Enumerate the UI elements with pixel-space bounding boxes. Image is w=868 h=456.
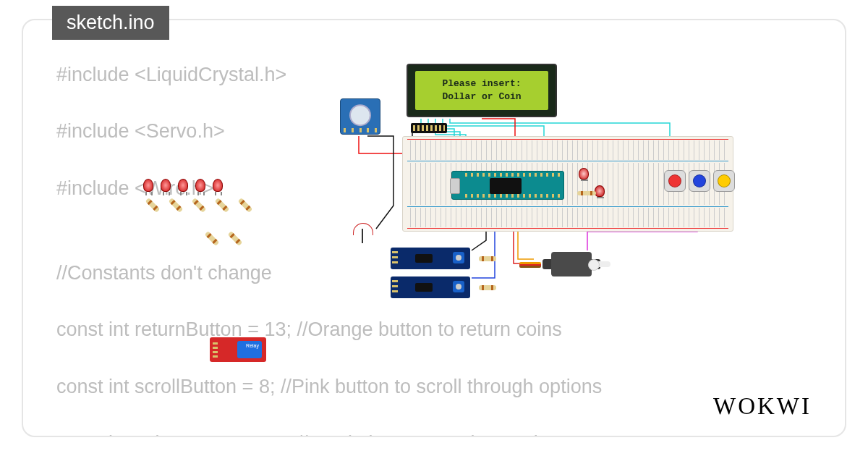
- code-preview: #include <LiquidCrystal.h> #include <Ser…: [56, 61, 812, 437]
- preview-card: #include <LiquidCrystal.h> #include <Ser…: [22, 19, 846, 437]
- code-line: #include <LiquidCrystal.h>: [56, 61, 812, 89]
- code-line: //Constants don't change: [56, 259, 812, 287]
- card-stage: sketch.ino #include <LiquidCrystal.h> #i…: [0, 0, 868, 456]
- code-line: const int returnButton = 13; //Orange bu…: [56, 316, 812, 344]
- led-icon: [213, 179, 223, 192]
- code-line: const int selectButton = 12; //Putple bu…: [56, 429, 812, 437]
- relay-label: Relay: [246, 343, 259, 348]
- resistor-row[interactable]: [145, 203, 253, 208]
- filename-tab[interactable]: sketch.ino: [52, 6, 169, 40]
- code-line: #include <Servo.h>: [56, 117, 812, 145]
- led-icon: [143, 179, 153, 192]
- led-row[interactable]: [143, 179, 223, 192]
- led-icon: [178, 179, 188, 192]
- resistor-row-2[interactable]: [204, 236, 243, 241]
- led-icon: [161, 179, 171, 192]
- led-icon: [195, 179, 205, 192]
- relay-module[interactable]: Relay: [210, 337, 266, 362]
- code-line: const int scrollButton = 8; //Pink butto…: [56, 373, 812, 401]
- wokwi-logo: WOKWI: [713, 393, 812, 420]
